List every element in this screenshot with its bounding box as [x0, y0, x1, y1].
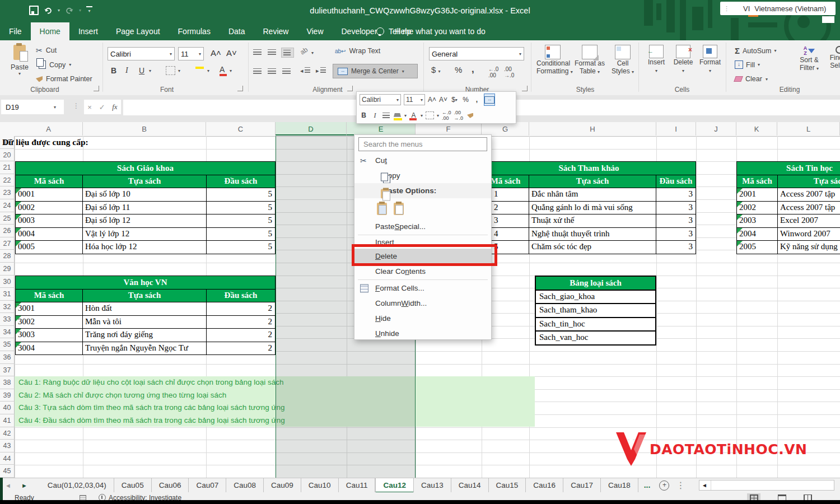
grow-font-icon[interactable]: A˄ — [211, 48, 221, 58]
sheet-tab-Cau(01,02,03,04)[interactable]: Cau(01,02,03,04) — [40, 478, 114, 493]
row-header-40[interactable]: 40 — [0, 402, 15, 414]
mini-percent-icon[interactable]: % — [461, 94, 470, 105]
autosum-button[interactable]: ΣAutoSum▾ — [735, 46, 776, 55]
mini-format-painter-icon[interactable] — [466, 110, 474, 121]
wrap-text-button[interactable]: ab↩ Wrap Text — [335, 47, 380, 55]
row-header-38[interactable]: 38 — [0, 376, 15, 389]
table-van-hoc-vn[interactable]: Văn học VN Mã sáchTựa sáchĐầu sách 3001H… — [15, 276, 276, 355]
mini-font-family-select[interactable]: Calibri▾ — [360, 94, 401, 105]
row-header-36[interactable]: 36 — [0, 351, 15, 364]
row-header-33[interactable]: 33 — [0, 313, 15, 326]
align-bottom-icon[interactable] — [281, 48, 294, 58]
cell-styles-button[interactable]: CellStyles ▾ — [609, 45, 636, 76]
orientation-dropdown-icon[interactable]: ▾ — [311, 50, 314, 55]
table-sach-tin-hoc[interactable]: Sách Tin học Mã sáchTựa sách 2001Access … — [736, 161, 840, 254]
scroll-left-icon[interactable]: ◄ — [702, 482, 707, 488]
borders-icon[interactable] — [166, 66, 175, 75]
row-header-37[interactable]: 37 — [0, 364, 15, 377]
menu-item-copy[interactable]: Copy — [354, 168, 491, 183]
sheet-tab-Cau10[interactable]: Cau10 — [301, 478, 339, 493]
mini-decrease-decimal-icon[interactable]: .00→.0 — [454, 110, 464, 121]
sheet-tab-Cau15[interactable]: Cau15 — [489, 478, 526, 493]
merge-center-button[interactable]: ↔ Merge & Center ▾ — [333, 64, 418, 78]
increase-indent-icon[interactable]: ▸ — [316, 67, 326, 74]
sheet-tab-Cau18[interactable]: Cau18 — [601, 478, 638, 493]
copy-button[interactable]: Copy▾ — [36, 60, 71, 69]
sheet-tab-Cau11[interactable]: Cau11 — [339, 478, 376, 493]
cancel-icon[interactable]: × — [87, 103, 92, 111]
note-cau4[interactable]: Câu 4: Đầu sách dòm tìm theo mã sách tra… — [15, 414, 535, 427]
redo-dropdown-icon[interactable]: ▾ — [79, 8, 81, 13]
row-header-45[interactable]: 45 — [0, 465, 15, 478]
more-sheets-button[interactable]: ... — [638, 478, 656, 493]
mini-increase-decimal-icon[interactable]: ←.0.00 — [442, 110, 451, 121]
currency-format-icon[interactable]: $ ▾ — [431, 65, 441, 74]
italic-button[interactable]: I — [125, 66, 128, 75]
sheet-tab-Cau08[interactable]: Cau08 — [226, 478, 264, 493]
borders-dropdown-icon[interactable]: ▾ — [178, 68, 180, 73]
sheet-tab-Cau17[interactable]: Cau17 — [563, 478, 601, 493]
mini-borders-icon[interactable] — [426, 110, 434, 121]
mini-merge-center-icon[interactable]: ↔ — [484, 94, 495, 106]
enter-icon[interactable]: ✓ — [99, 103, 105, 111]
note-cau3[interactable]: Câu 3: Tựa sách dòm tìm theo mã sách tra… — [15, 402, 535, 414]
format-cells-button[interactable]: Format▾ — [698, 45, 722, 75]
next-sheet-icon[interactable]: ► — [16, 478, 32, 493]
delete-cells-button[interactable]: × Delete▾ — [671, 45, 696, 75]
row-header-20[interactable]: 20 — [0, 149, 15, 162]
sheet-tab-Cau16[interactable]: Cau16 — [526, 478, 563, 493]
cell-a19-intro[interactable]: Dữ liệu được cung cấp: — [2, 136, 88, 149]
sheet-tab-Cau09[interactable]: Cau09 — [264, 478, 301, 493]
menu-item-hide[interactable]: Hide — [354, 311, 491, 326]
font-color-dropdown-icon[interactable]: ▾ — [230, 68, 232, 73]
row-header-39[interactable]: 39 — [0, 389, 15, 402]
alignment-dialog-launcher-icon[interactable] — [347, 86, 353, 91]
row-header-27[interactable]: 27 — [0, 237, 15, 250]
row-header-28[interactable]: 28 — [0, 250, 15, 263]
tab-data[interactable]: Data — [220, 22, 254, 40]
mini-font-size-select[interactable]: 11▾ — [404, 94, 425, 105]
clear-button[interactable]: Clear▾ — [735, 75, 768, 83]
table-bang-loai-sach[interactable]: Bảng loại sách Sach_giao_khoa Sach_tham_… — [535, 276, 656, 346]
sheet-tab-Cau12[interactable]: Cau12 — [375, 478, 414, 493]
tab-formulas[interactable]: Formulas — [169, 22, 220, 40]
find-select-button[interactable]: Find &Select — [827, 46, 840, 69]
column-header-F[interactable]: F — [416, 122, 482, 136]
save-icon[interactable] — [29, 6, 39, 15]
row-header-22[interactable]: 22 — [0, 174, 15, 187]
redo-icon[interactable] — [65, 7, 74, 15]
mini-bold-button[interactable]: B — [360, 110, 368, 121]
row-header-26[interactable]: 26 — [0, 225, 15, 237]
align-center-icon[interactable] — [268, 68, 276, 74]
mini-italic-button[interactable]: I — [371, 110, 379, 121]
tab-file[interactable]: File — [0, 22, 31, 40]
mini-grow-font-icon[interactable]: A˄ — [428, 94, 436, 105]
row-header-31[interactable]: 31 — [0, 288, 15, 301]
table-sach-giao-khoa[interactable]: Sách Giáo khoa Mã sáchTựa sáchĐầu sách 0… — [15, 161, 276, 254]
row-header-42[interactable]: 42 — [0, 427, 15, 440]
column-header-B[interactable]: B — [83, 122, 206, 136]
column-header-L[interactable]: L — [777, 122, 840, 136]
tab-insert[interactable]: Insert — [69, 22, 107, 40]
percent-format-icon[interactable]: % — [455, 65, 462, 74]
horizontal-scrollbar[interactable]: ◄ — [699, 480, 834, 491]
mini-font-color-button[interactable]: A — [409, 110, 418, 121]
mini-font-color-dropdown-icon[interactable]: ▾ — [421, 113, 423, 118]
note-cau1[interactable]: Câu 1: Ràng buộc dữ liệu cho cột loại sá… — [15, 376, 535, 389]
undo-icon[interactable] — [44, 7, 53, 15]
name-box-input[interactable] — [1, 102, 46, 112]
menu-item-clear-contents[interactable]: Clear Contents — [354, 264, 491, 279]
conditional-formatting-button[interactable]: ConditionalFormatting ▾ — [536, 45, 569, 76]
font-family-select[interactable]: Calibri▾ — [108, 47, 175, 60]
table-sach-tham-khao[interactable]: Sách Tham khảo Mã sáchTựa sáchĐầu sách 1… — [482, 161, 696, 254]
shrink-font-icon[interactable]: A˅ — [226, 48, 237, 58]
mini-currency-icon[interactable]: $ ▾ — [450, 94, 459, 105]
number-dialog-launcher-icon[interactable] — [522, 86, 528, 91]
mini-fill-color-button[interactable] — [393, 110, 402, 121]
column-header-J[interactable]: J — [696, 122, 736, 136]
sheet-tab-Cau05[interactable]: Cau05 — [114, 478, 152, 493]
language-bar[interactable]: ⋮ VI Vietnamese (Vietnam) — [720, 2, 836, 15]
column-header-K[interactable]: K — [736, 122, 777, 136]
menu-item-column-width[interactable]: Column Width... — [354, 296, 491, 311]
row-header-30[interactable]: 30 — [0, 276, 15, 288]
